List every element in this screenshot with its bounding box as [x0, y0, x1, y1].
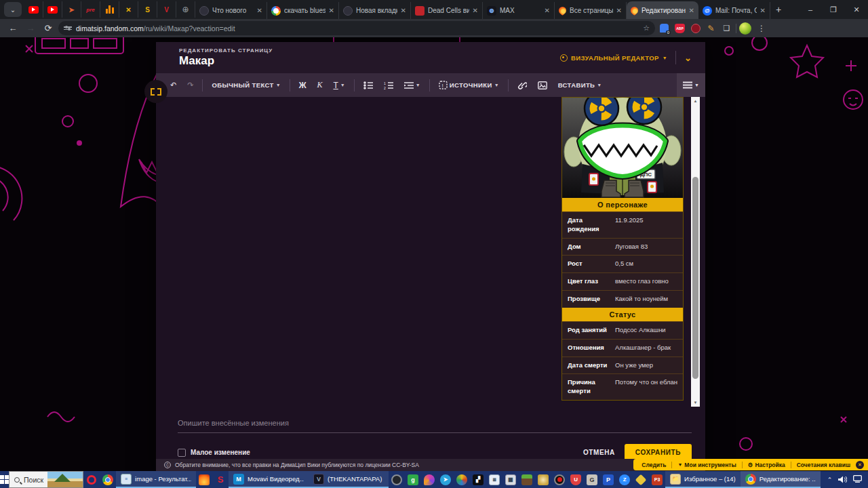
- taskbar-app-minecraft[interactable]: [519, 471, 535, 488]
- editing-surface[interactable]: ДПС: [156, 97, 705, 407]
- taskbar-window-editing[interactable]: Редактирование: ...: [741, 471, 821, 488]
- text-style-dropdown[interactable]: T ▼: [328, 73, 349, 97]
- search-highlight-image[interactable]: [47, 472, 83, 487]
- tab-editing-active[interactable]: Редактировани ✕: [627, 1, 698, 19]
- taskbar-window-favorites[interactable]: 📁 Избранное – (14): [665, 471, 741, 488]
- site-settings-icon[interactable]: [64, 26, 72, 30]
- scroll-down-arrow[interactable]: ▼: [691, 399, 700, 407]
- taskbar-search[interactable]: Поиск: [9, 471, 83, 488]
- taskbar-app-opera[interactable]: [83, 471, 100, 488]
- taskbar-app-calculator[interactable]: ▦: [502, 471, 519, 488]
- forward-button[interactable]: →: [23, 23, 38, 33]
- bookmark-star-icon[interactable]: ☆: [643, 24, 650, 33]
- reload-button[interactable]: ⟳: [41, 23, 56, 33]
- quickbar-close-button[interactable]: ✕: [856, 461, 864, 469]
- tab-dead-cells[interactable]: Dead Cells вики ✕: [411, 2, 483, 19]
- address-bar[interactable]: dimatsip.fandom.com/ru/wiki/Макар?veacti…: [58, 21, 655, 35]
- taskbar-app-paint[interactable]: [454, 471, 470, 488]
- taskbar-app-zoom[interactable]: Z: [616, 471, 633, 488]
- extension-pencil[interactable]: ✎: [705, 22, 717, 35]
- focus-mode-button[interactable]: [144, 80, 167, 103]
- window-maximize-button[interactable]: ❐: [822, 0, 845, 19]
- editor-mode-dropdown[interactable]: ВИЗУАЛЬНЫЙ РЕДАКТОР ▼: [560, 54, 667, 62]
- character-image[interactable]: ДПС: [562, 98, 683, 198]
- back-button[interactable]: ←: [5, 23, 20, 33]
- pinned-tab-v[interactable]: V: [157, 1, 176, 18]
- extensions-menu-button[interactable]: ❑: [720, 22, 733, 35]
- pinned-tab-music[interactable]: [100, 1, 119, 18]
- taskbar-app-telegram[interactable]: ➤: [437, 471, 454, 488]
- window-minimize-button[interactable]: –: [799, 0, 822, 19]
- close-icon[interactable]: ✕: [760, 7, 766, 14]
- insert-dropdown[interactable]: ВСТАВИТЬ ▼: [553, 73, 607, 97]
- scrollbar-thumb[interactable]: [692, 177, 698, 379]
- tab-new-tab[interactable]: Новая вкладка ✕: [339, 2, 411, 19]
- link-button[interactable]: [513, 73, 532, 97]
- taskbar-app-notes[interactable]: ≣: [486, 471, 502, 488]
- taskbar-window-vegas[interactable]: V (THEKANTAPAPA) ...: [309, 471, 389, 488]
- cancel-button[interactable]: ОТМЕНА: [574, 445, 625, 460]
- tray-expand-chevron[interactable]: ⌃: [827, 476, 833, 483]
- taskbar-app-chrome[interactable]: [100, 471, 116, 488]
- taskbar-window-movavi[interactable]: M Movavi Видеоред...: [229, 471, 309, 488]
- tab-mail[interactable]: @ Mail: Почта, ОБ ✕: [698, 2, 770, 19]
- taskbar-app-black[interactable]: ▞: [470, 471, 486, 488]
- edit-summary-input[interactable]: [178, 419, 692, 433]
- browser-menu-button[interactable]: ⋮: [754, 24, 769, 33]
- taskbar-app-gimp[interactable]: G: [584, 471, 600, 488]
- scroll-up-arrow[interactable]: ▲: [691, 97, 700, 105]
- close-icon[interactable]: ✕: [545, 7, 550, 14]
- taskbar-app-shield[interactable]: U: [568, 471, 584, 488]
- quickbar-shortcuts[interactable]: Сочетания клавиш: [797, 462, 850, 468]
- pinned-tab-arrow[interactable]: ➤: [62, 1, 81, 18]
- tab-whats-new[interactable]: Что нового ✕: [195, 2, 267, 19]
- tab-max[interactable]: ◍ MAX ✕: [483, 2, 555, 19]
- taskbar-app-s[interactable]: S: [212, 471, 229, 488]
- taskbar-app-blue-p[interactable]: P: [600, 471, 616, 488]
- new-tab-button[interactable]: +: [770, 1, 787, 18]
- sources-dropdown[interactable]: ! ИСТОЧНИКИ ▼: [434, 73, 504, 97]
- quickbar-my-tools[interactable]: ▼Мои инструменты: [677, 462, 736, 468]
- bullet-list-button[interactable]: [359, 73, 378, 97]
- pinned-tab-youtube-2[interactable]: [43, 1, 62, 18]
- tab-google-search[interactable]: скачать bluesta ✕: [267, 2, 339, 19]
- close-icon[interactable]: ✕: [329, 7, 334, 14]
- pinned-tab-x[interactable]: ✕: [119, 1, 138, 18]
- close-icon[interactable]: ✕: [616, 7, 622, 14]
- undo-button[interactable]: ↶: [165, 73, 181, 97]
- italic-button[interactable]: К: [313, 73, 328, 97]
- quickbar-follow[interactable]: Следить: [642, 462, 666, 468]
- numbered-list-button[interactable]: 12: [379, 73, 398, 97]
- close-icon[interactable]: ✕: [401, 7, 406, 14]
- pinned-tab-s[interactable]: S: [138, 1, 157, 18]
- taskbar-app-drop[interactable]: [421, 471, 437, 488]
- tab-search-button[interactable]: ⌄: [4, 2, 22, 17]
- collapse-editor-button[interactable]: ⌄: [684, 53, 692, 63]
- taskbar-app-green-g[interactable]: g: [405, 471, 421, 488]
- pinned-tab-globe[interactable]: ⊕: [176, 1, 195, 18]
- editor-scrollbar[interactable]: ▲ ▼: [691, 97, 700, 407]
- tab-all-pages[interactable]: Все страницы | ✕: [555, 2, 627, 19]
- minor-edit-checkbox[interactable]: [178, 449, 186, 457]
- taskbar-app-powerpoint[interactable]: P3: [649, 471, 665, 488]
- speaker-icon[interactable]: [838, 476, 847, 483]
- close-icon[interactable]: ✕: [689, 7, 694, 14]
- extension-blue[interactable]: 0: [658, 22, 671, 35]
- quickbar-settings[interactable]: ⚙Настройка: [748, 462, 785, 468]
- taskbar-window-image-search[interactable]: ≡ image - Результат...: [116, 471, 196, 488]
- indent-dropdown[interactable]: ▼: [399, 73, 425, 97]
- bold-button[interactable]: Ж: [294, 73, 311, 97]
- taskbar-app-torch[interactable]: [196, 471, 212, 488]
- taskbar-app-obs[interactable]: [389, 471, 405, 488]
- taskbar-app-record[interactable]: [551, 471, 568, 488]
- insert-image-button[interactable]: [533, 73, 552, 97]
- start-button[interactable]: [0, 471, 9, 488]
- taskbar-app-yellow[interactable]: [633, 471, 649, 488]
- pinned-tab-pre[interactable]: pre: [81, 1, 100, 18]
- window-close-button[interactable]: ✕: [845, 0, 868, 19]
- extension-adblock[interactable]: ABP: [673, 22, 686, 35]
- profile-avatar[interactable]: [739, 22, 751, 35]
- close-icon[interactable]: ✕: [257, 7, 262, 14]
- extension-red[interactable]: [689, 22, 702, 35]
- paragraph-style-dropdown[interactable]: ОБЫЧНЫЙ ТЕКСТ ▼: [207, 73, 285, 97]
